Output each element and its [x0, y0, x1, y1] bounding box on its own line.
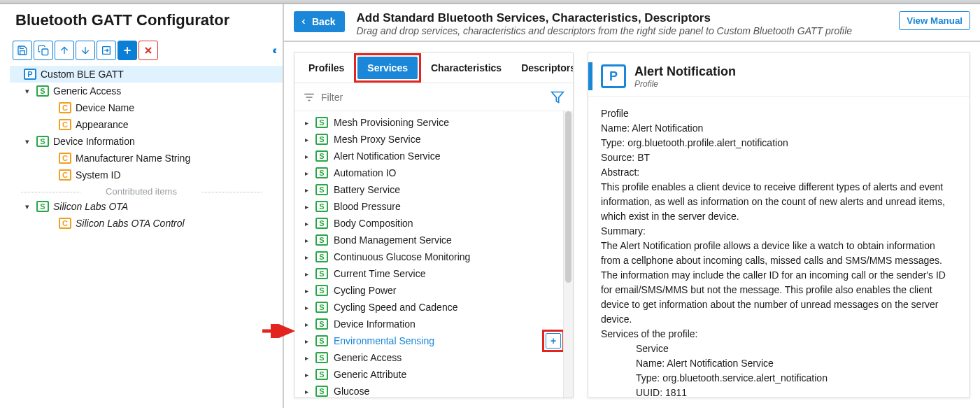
service-icon: S: [315, 218, 328, 229]
tab-descriptors[interactable]: Descriptors: [511, 52, 574, 83]
service-name: Mesh Proxy Service: [334, 134, 420, 145]
expand-icon: ▸: [303, 169, 310, 177]
tab-characteristics[interactable]: Characteristics: [421, 52, 511, 83]
characteristic-icon: C: [59, 218, 71, 229]
page-title: Add Standard Bluetooth Services, Charact…: [356, 11, 852, 25]
service-name: Environmental Sensing: [334, 335, 434, 346]
service-icon: S: [315, 318, 328, 330]
service-icon: S: [36, 201, 49, 212]
service-name: Bond Management Service: [334, 234, 452, 246]
expand-icon: ▸: [303, 253, 310, 261]
detail-title: Alert Notification: [634, 64, 736, 79]
service-item[interactable]: ▸SBond Management Service: [294, 232, 573, 248]
main-header: Back Add Standard Bluetooth Services, Ch…: [284, 4, 980, 42]
gatt-tree-contributed: ▾SSilicon Labs OTA▸CSilicon Labs OTA Con…: [0, 198, 283, 232]
service-item[interactable]: ▸SGlucose: [294, 383, 573, 398]
service-name: Device Information: [334, 318, 416, 330]
service-item[interactable]: ▸SGeneric Access: [294, 349, 573, 366]
tree-item-label: Custom BLE GATT: [41, 69, 124, 80]
service-item[interactable]: ▸SCycling Power: [294, 282, 573, 299]
tree-item[interactable]: ▾SSilicon Labs OTA: [10, 198, 283, 215]
add-icon-button[interactable]: [118, 41, 137, 60]
service-item[interactable]: ▸SCycling Speed and Cadence: [294, 299, 573, 316]
expand-icon: ▸: [303, 237, 310, 244]
characteristic-icon: C: [59, 169, 71, 181]
service-item[interactable]: ▸SBattery Service: [294, 181, 573, 198]
characteristic-icon: C: [59, 102, 71, 113]
service-icon: S: [36, 136, 49, 147]
service-icon: S: [315, 251, 328, 262]
service-icon: S: [315, 268, 328, 279]
detail-body: Profile Name: Alert Notification Type: o…: [588, 97, 970, 398]
move-up-icon-button[interactable]: [55, 41, 74, 60]
service-name: Continuous Glucose Monitoring: [334, 251, 470, 262]
collapse-sidebar-icon[interactable]: ‹‹: [272, 44, 278, 57]
profile-badge-icon: P: [601, 64, 626, 88]
service-name: Cycling Power: [334, 285, 396, 296]
characteristic-icon: C: [59, 153, 71, 164]
service-name: Cycling Speed and Cadence: [334, 302, 457, 313]
tree-item[interactable]: ▸CSilicon Labs OTA Control: [10, 215, 283, 232]
service-icon: S: [315, 369, 328, 380]
contributed-divider: Contributed items: [0, 183, 283, 198]
service-name: Current Time Service: [334, 268, 425, 279]
service-name: Glucose: [334, 386, 369, 397]
tree-item-label: Silicon Labs OTA Control: [76, 218, 185, 229]
tree-item[interactable]: ▸CSystem ID: [10, 167, 283, 183]
service-item[interactable]: ▸SAlert Notification Service: [294, 148, 573, 164]
profile-icon: P: [24, 69, 36, 80]
scrollbar[interactable]: [563, 111, 573, 398]
page-subtitle: Drag and drop services, characteristics …: [356, 25, 852, 36]
service-item[interactable]: ▸SMesh Provisioning Service: [294, 114, 573, 131]
add-service-button[interactable]: +: [546, 333, 561, 349]
expand-icon: ▸: [303, 119, 310, 127]
view-manual-button[interactable]: View Manual: [899, 11, 970, 30]
expand-icon: ▸: [303, 371, 310, 379]
service-item[interactable]: ▸SBlood Pressure: [294, 198, 573, 215]
service-item[interactable]: ▸SAutomation IO: [294, 164, 573, 181]
service-item[interactable]: ▸SCurrent Time Service: [294, 265, 573, 282]
tree-item-label: Appearance: [76, 119, 129, 130]
back-button[interactable]: Back: [294, 11, 345, 32]
service-icon: S: [315, 184, 328, 195]
tree-item-label: Manufacturer Name String: [76, 153, 190, 164]
service-icon: S: [315, 335, 328, 346]
service-icon: S: [315, 117, 328, 128]
save-icon-button[interactable]: [13, 41, 32, 60]
expand-icon: ▸: [303, 388, 310, 395]
service-icon: S: [315, 150, 328, 162]
copy-icon-button[interactable]: [34, 41, 53, 60]
tree-item-label: Silicon Labs OTA: [53, 201, 128, 212]
svg-rect-0: [42, 49, 48, 55]
services-list: ▸SMesh Provisioning Service▸SMesh Proxy …: [294, 111, 573, 398]
delete-icon-button[interactable]: [139, 41, 158, 60]
tab-services[interactable]: Services: [357, 57, 418, 79]
tree-item-label: System ID: [76, 169, 121, 181]
service-item[interactable]: ▸SDevice Information: [294, 316, 573, 332]
service-item[interactable]: ▸SContinuous Glucose Monitoring: [294, 248, 573, 265]
filter-input[interactable]: [315, 92, 551, 103]
svg-marker-5: [552, 92, 564, 102]
import-icon-button[interactable]: [97, 41, 116, 60]
tree-item[interactable]: ▾SGeneric Access: [10, 83, 283, 99]
expand-icon: ▸: [303, 337, 310, 345]
service-icon: S: [315, 167, 328, 178]
tree-item[interactable]: ▾SDevice Information: [10, 133, 283, 150]
service-item[interactable]: ▸SGeneric Attribute: [294, 366, 573, 383]
funnel-icon[interactable]: [551, 90, 564, 104]
service-item[interactable]: ▸SMesh Proxy Service: [294, 131, 573, 148]
expand-icon: ▸: [303, 153, 310, 160]
service-item[interactable]: ▸SEnvironmental Sensing+: [294, 332, 573, 349]
service-name: Blood Pressure: [334, 201, 401, 212]
tree-item[interactable]: ▸CManufacturer Name String: [10, 150, 283, 167]
tree-item[interactable]: ▸CAppearance: [10, 116, 283, 133]
catalog-tabs: Profiles Services Characteristics Descri…: [294, 52, 573, 83]
tree-item[interactable]: ▸CDevice Name: [10, 99, 283, 116]
sidebar: Bluetooth GATT Configurator ‹‹ ▸PCustom …: [0, 4, 284, 408]
tree-item[interactable]: ▸PCustom BLE GATT: [10, 66, 283, 83]
tab-profiles[interactable]: Profiles: [299, 52, 354, 83]
move-down-icon-button[interactable]: [76, 41, 95, 60]
expand-icon: ▸: [303, 287, 310, 295]
catalog-panel: Profiles Services Characteristics Descri…: [294, 52, 574, 398]
service-item[interactable]: ▸SBody Composition: [294, 215, 573, 232]
